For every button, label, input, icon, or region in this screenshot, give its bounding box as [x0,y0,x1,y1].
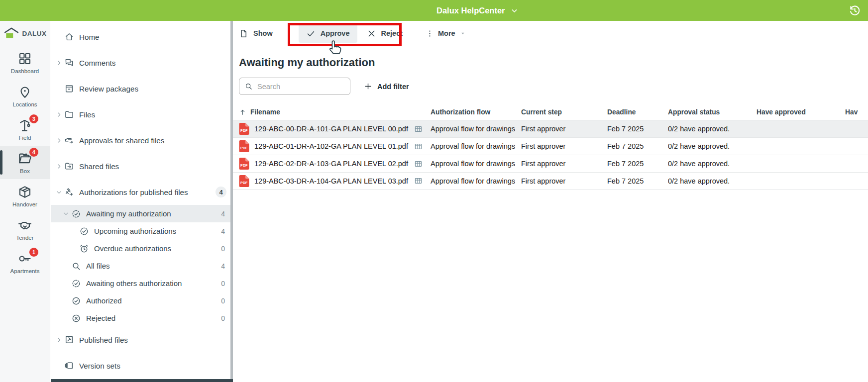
search-input[interactable] [257,83,337,91]
rail-item-apartments[interactable]: 1Apartments [0,246,50,279]
sidebar-item-approvals-for-shared-files[interactable]: Approvals for shared files [51,127,230,153]
filename-text: 129-ABC-02-DR-A-103-GA PLAN LEVEL 02.pdf [254,160,408,168]
sidebar-item-home[interactable]: Home [51,24,230,50]
rail-item-handover[interactable]: Handover [0,179,50,212]
sidebar-item-label: Version sets [79,362,120,370]
sidebar-item-files[interactable]: Files [51,101,230,127]
filename-text: 129-ABC-01-DR-A-102-GA PLAN LEVEL 01.pdf [254,142,408,150]
history-button[interactable] [848,4,861,17]
rail-item-field[interactable]: 3Field [0,112,50,146]
rail-item-tender[interactable]: Tender [0,212,50,246]
table-row[interactable]: PDF129-ABC-02-DR-A-103-GA PLAN LEVEL 02.… [230,155,868,172]
key-icon: 1 [17,251,32,266]
authorization-flow-cell: Approval flow for drawings [431,125,521,133]
chevron-right-icon[interactable] [56,111,64,118]
show-button[interactable]: Show [239,29,273,38]
x-icon [367,29,376,38]
sidebar-item-upcoming-authorizations[interactable]: Upcoming authorizations4 [51,222,230,240]
sidebar-item-authorized[interactable]: Authorized0 [51,292,230,309]
column-header-current-step[interactable]: Current step [521,108,607,116]
column-header-authorization-flow[interactable]: Authorization flow [431,108,521,116]
handshake-icon [17,218,32,233]
drawing-grid-icon[interactable] [414,125,423,133]
check-dashed-icon [71,209,81,219]
sidebar-item-comments[interactable]: Comments [51,50,230,76]
chevron-right-icon [56,111,62,118]
folder-share-icon [64,161,74,171]
table-row[interactable]: PDF129-ABC-00-DR-A-101-GA PLAN LEVEL 00.… [230,120,868,137]
sidebar-item-rejected[interactable]: Rejected0 [51,309,230,327]
chevron-right-icon[interactable] [56,60,64,66]
authorization-flow-cell: Approval flow for drawings [431,177,521,185]
filename-text: 129-ABC-03-DR-A-104-GA PLAN LEVEL 03.pdf [254,177,408,185]
drawing-grid-icon[interactable] [414,142,423,151]
sidebar-item-awaiting-my-authorization[interactable]: Awaiting my authorization4 [51,205,230,222]
sidebar-item-label: Published files [79,336,128,344]
sidebar-item-overdue-authorizations[interactable]: Overdue authorizations0 [51,240,230,257]
filter-bar: Add filter [239,78,868,95]
item-count: 4 [221,227,225,235]
notification-badge: 4 [29,148,38,157]
column-header-hav[interactable]: Hav [845,108,868,116]
filename-cell: PDF129-ABC-01-DR-A-102-GA PLAN LEVEL 01.… [239,140,431,152]
sidebar-item-authorizations-for-published-files[interactable]: Authorizations for published files4 [51,179,230,205]
table-row[interactable]: PDF129-ABC-03-DR-A-104-GA PLAN LEVEL 03.… [230,172,868,190]
chevron-right-icon[interactable] [56,137,64,144]
sidebar-item-shared-files[interactable]: Shared files [51,153,230,179]
add-filter-button[interactable]: Add filter [364,82,409,91]
rail-item-label: Box [20,168,30,174]
filename-cell: PDF129-ABC-03-DR-A-104-GA PLAN LEVEL 03.… [239,175,431,187]
search-box[interactable] [239,78,350,95]
chevron-down-icon[interactable] [63,210,71,217]
crane-icon: 3 [17,118,32,133]
column-header-have-approved[interactable]: Have approved [757,108,845,116]
dalux-logo[interactable]: DALUX [0,21,50,46]
toolbar: Show Approve Reject More [230,21,868,46]
column-header-filename[interactable]: Filename [239,108,431,116]
chevron-right-icon[interactable] [56,337,64,343]
authorization-flow-cell: Approval flow for drawings [431,142,521,150]
table-row[interactable]: PDF129-ABC-01-DR-A-102-GA PLAN LEVEL 01.… [230,137,868,155]
project-switcher[interactable]: Dalux HelpCenter [436,0,518,21]
approve-button[interactable]: Approve [299,24,357,43]
item-count: 0 [221,297,225,305]
current-step-cell: First approver [521,177,607,185]
dalux-logo-text: DALUX [22,30,47,37]
check-badge-icon [71,296,81,306]
page-title: Awaiting my authorization [239,56,868,69]
sidebar-item-label: Review packages [79,85,138,93]
dashboard-icon [17,51,32,66]
rail-item-label: Apartments [10,268,40,274]
filename-cell: PDF129-ABC-02-DR-A-103-GA PLAN LEVEL 02.… [239,158,431,170]
reject-button[interactable]: Reject [367,29,403,38]
rail-item-locations[interactable]: Locations [0,79,50,112]
package-icon [17,185,32,199]
files-table: FilenameAuthorization flowCurrent stepDe… [230,104,868,190]
item-count: 0 [221,245,225,253]
app-root: Dalux HelpCenter DALUX DashboardLocation… [0,0,868,382]
sidebar-item-all-files[interactable]: All files4 [51,257,230,275]
pdf-file-icon: PDF [239,123,249,135]
column-header-deadline[interactable]: Deadline [607,108,668,116]
rail-item-box[interactable]: 4Box [0,146,50,179]
drawing-grid-icon[interactable] [414,160,423,168]
sidebar: HomeCommentsReview packagesFilesApproval… [51,21,230,382]
column-header-approval-status[interactable]: Approval status [668,108,757,116]
rail-item-dashboard[interactable]: Dashboard [0,46,50,79]
sidebar-item-version-sets[interactable]: Version sets [51,353,230,379]
approval-status-cell: 0/2 have approved. [668,142,757,150]
drawing-grid-icon[interactable] [414,177,423,185]
gavel-box-icon [64,335,74,345]
topbar: Dalux HelpCenter [0,0,868,21]
authorization-flow-cell: Approval flow for drawings [431,160,521,168]
chevron-down-icon [63,210,69,217]
sidebar-item-review-packages[interactable]: Review packages [51,76,230,101]
chevron-down-icon[interactable] [56,189,64,195]
chevron-right-icon[interactable] [56,163,64,170]
svg-text:PDF: PDF [240,163,248,168]
sidebar-item-published-files[interactable]: Published files [51,327,230,353]
sidebar-item-label: Home [79,33,100,41]
more-button[interactable]: More [426,29,466,38]
sidebar-item-awaiting-others-authorization[interactable]: Awaiting others authorization0 [51,275,230,292]
comments-icon [64,58,74,68]
